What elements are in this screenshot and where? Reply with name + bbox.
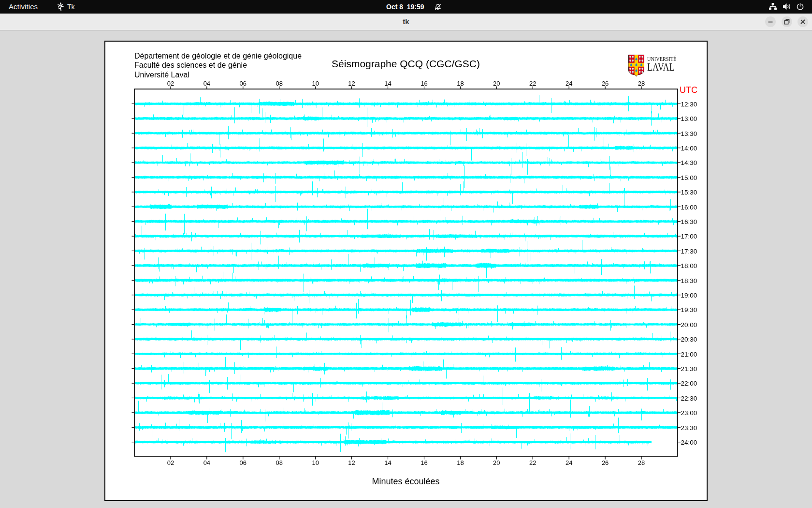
svg-text:06: 06 <box>240 459 246 466</box>
svg-text:Université Laval: Université Laval <box>134 71 189 79</box>
svg-text:16: 16 <box>420 459 427 466</box>
svg-text:24:00: 24:00 <box>681 439 697 446</box>
svg-text:UTC: UTC <box>680 85 697 95</box>
svg-text:20: 20 <box>493 459 500 466</box>
svg-text:22:30: 22:30 <box>681 395 697 402</box>
svg-text:Séismographe QCQ (CGC/GSC): Séismographe QCQ (CGC/GSC) <box>332 58 480 69</box>
svg-text:21:00: 21:00 <box>681 351 697 358</box>
svg-text:02: 02 <box>167 459 174 466</box>
svg-text:Département de géologie et de: Département de géologie et de génie géol… <box>134 52 302 60</box>
svg-text:20:30: 20:30 <box>681 336 697 343</box>
svg-text:16:00: 16:00 <box>681 204 697 211</box>
svg-text:13:00: 13:00 <box>681 115 697 122</box>
svg-text:12: 12 <box>348 80 355 87</box>
svg-text:26: 26 <box>602 80 609 87</box>
svg-text:28: 28 <box>638 459 645 466</box>
svg-text:Minutes écoulées: Minutes écoulées <box>372 477 439 486</box>
svg-text:08: 08 <box>276 459 282 466</box>
svg-text:LAVAL: LAVAL <box>647 60 675 73</box>
svg-text:23:00: 23:00 <box>681 409 697 417</box>
svg-text:12: 12 <box>348 459 355 466</box>
svg-text:22: 22 <box>529 459 536 466</box>
svg-text:19:30: 19:30 <box>681 306 697 314</box>
svg-text:16:30: 16:30 <box>681 218 697 225</box>
svg-text:14: 14 <box>384 459 391 466</box>
svg-text:14:30: 14:30 <box>681 159 697 166</box>
svg-text:15:30: 15:30 <box>681 189 697 196</box>
svg-text:19:00: 19:00 <box>681 292 697 299</box>
svg-text:28: 28 <box>638 80 645 87</box>
svg-text:14: 14 <box>384 80 391 87</box>
svg-text:10: 10 <box>312 459 319 466</box>
svg-text:14:00: 14:00 <box>681 145 697 152</box>
svg-text:02: 02 <box>167 80 174 87</box>
svg-text:04: 04 <box>203 459 210 466</box>
svg-text:20:00: 20:00 <box>681 321 697 329</box>
svg-text:17:30: 17:30 <box>681 248 697 255</box>
svg-text:10: 10 <box>312 80 319 87</box>
svg-text:06: 06 <box>240 80 246 87</box>
svg-text:24: 24 <box>566 459 572 466</box>
svg-text:13:30: 13:30 <box>681 130 697 137</box>
svg-text:23:30: 23:30 <box>681 424 697 432</box>
svg-text:22:00: 22:00 <box>681 380 697 387</box>
svg-text:16: 16 <box>420 80 427 87</box>
svg-text:08: 08 <box>276 80 282 87</box>
svg-text:15:00: 15:00 <box>681 174 697 181</box>
svg-text:Faculté des sciences et de gén: Faculté des sciences et de génie <box>134 61 247 69</box>
svg-text:12:30: 12:30 <box>681 101 697 108</box>
svg-text:26: 26 <box>602 459 609 466</box>
svg-text:18: 18 <box>457 459 464 466</box>
svg-text:18:00: 18:00 <box>681 262 697 269</box>
svg-text:22: 22 <box>529 80 536 87</box>
svg-text:24: 24 <box>566 80 572 87</box>
svg-text:18:30: 18:30 <box>681 277 697 284</box>
svg-text:17:00: 17:00 <box>681 233 697 240</box>
svg-text:21:30: 21:30 <box>681 365 697 373</box>
svg-text:04: 04 <box>203 80 210 87</box>
svg-text:20: 20 <box>493 80 500 87</box>
svg-text:18: 18 <box>457 80 464 87</box>
